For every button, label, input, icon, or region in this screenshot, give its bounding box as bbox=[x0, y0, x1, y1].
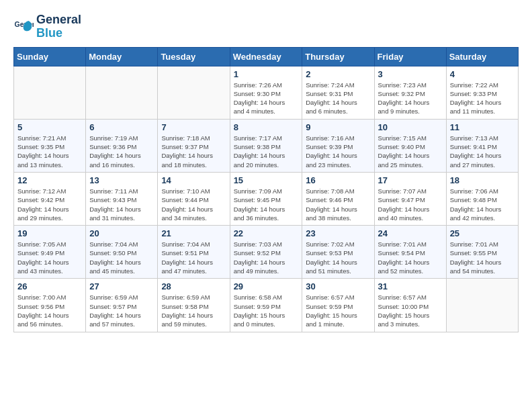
logo-general: General bbox=[36, 13, 81, 26]
calendar-cell bbox=[158, 66, 230, 119]
day-number: 22 bbox=[234, 228, 299, 238]
day-number: 7 bbox=[161, 122, 226, 132]
calendar-cell: 19Sunrise: 7:05 AM Sunset: 9:49 PM Dayli… bbox=[14, 226, 86, 279]
calendar-week-row: 26Sunrise: 7:00 AM Sunset: 9:56 PM Dayli… bbox=[14, 279, 519, 332]
calendar-week-row: 19Sunrise: 7:05 AM Sunset: 9:49 PM Dayli… bbox=[14, 226, 519, 279]
day-info: Sunrise: 7:18 AM Sunset: 9:37 PM Dayligh… bbox=[161, 134, 226, 169]
day-number: 26 bbox=[17, 281, 82, 291]
day-number: 2 bbox=[306, 69, 370, 79]
calendar-cell: 21Sunrise: 7:04 AM Sunset: 9:51 PM Dayli… bbox=[158, 226, 230, 279]
day-number: 27 bbox=[89, 281, 154, 291]
day-number: 19 bbox=[17, 228, 82, 238]
calendar-cell: 3Sunrise: 7:23 AM Sunset: 9:32 PM Daylig… bbox=[374, 66, 446, 119]
calendar-cell: 26Sunrise: 7:00 AM Sunset: 9:56 PM Dayli… bbox=[14, 279, 86, 332]
calendar-cell: 15Sunrise: 7:09 AM Sunset: 9:45 PM Dayli… bbox=[230, 172, 302, 225]
day-info: Sunrise: 7:16 AM Sunset: 9:39 PM Dayligh… bbox=[306, 134, 370, 169]
day-number: 16 bbox=[306, 175, 370, 185]
calendar-cell: 16Sunrise: 7:08 AM Sunset: 9:46 PM Dayli… bbox=[302, 172, 374, 225]
day-info: Sunrise: 7:11 AM Sunset: 9:43 PM Dayligh… bbox=[89, 187, 154, 222]
day-info: Sunrise: 7:12 AM Sunset: 9:42 PM Dayligh… bbox=[17, 187, 82, 222]
calendar-cell bbox=[14, 66, 86, 119]
day-number: 29 bbox=[234, 281, 299, 291]
calendar-cell: 27Sunrise: 6:59 AM Sunset: 9:57 PM Dayli… bbox=[86, 279, 158, 332]
calendar-cell: 31Sunrise: 6:57 AM Sunset: 10:00 PM Dayl… bbox=[374, 279, 446, 332]
calendar-cell: 10Sunrise: 7:15 AM Sunset: 9:40 PM Dayli… bbox=[374, 119, 446, 172]
calendar-cell: 1Sunrise: 7:26 AM Sunset: 9:30 PM Daylig… bbox=[230, 66, 302, 119]
calendar-cell: 29Sunrise: 6:58 AM Sunset: 9:59 PM Dayli… bbox=[230, 279, 302, 332]
day-info: Sunrise: 7:06 AM Sunset: 9:48 PM Dayligh… bbox=[450, 187, 515, 222]
day-number: 9 bbox=[306, 122, 370, 132]
day-number: 1 bbox=[234, 69, 299, 79]
weekday-header: Monday bbox=[86, 47, 158, 66]
day-number: 14 bbox=[161, 175, 226, 185]
day-number: 3 bbox=[378, 69, 443, 79]
day-info: Sunrise: 6:57 AM Sunset: 10:00 PM Daylig… bbox=[378, 293, 443, 328]
day-info: Sunrise: 7:01 AM Sunset: 9:55 PM Dayligh… bbox=[450, 240, 515, 275]
calendar-cell: 20Sunrise: 7:04 AM Sunset: 9:50 PM Dayli… bbox=[86, 226, 158, 279]
calendar-cell: 2Sunrise: 7:24 AM Sunset: 9:31 PM Daylig… bbox=[302, 66, 374, 119]
day-info: Sunrise: 7:21 AM Sunset: 9:35 PM Dayligh… bbox=[17, 134, 82, 169]
calendar-cell: 24Sunrise: 7:01 AM Sunset: 9:54 PM Dayli… bbox=[374, 226, 446, 279]
day-info: Sunrise: 7:07 AM Sunset: 9:47 PM Dayligh… bbox=[378, 187, 443, 222]
day-number: 28 bbox=[161, 281, 226, 291]
day-number: 23 bbox=[306, 228, 370, 238]
calendar-cell: 8Sunrise: 7:17 AM Sunset: 9:38 PM Daylig… bbox=[230, 119, 302, 172]
calendar-cell: 17Sunrise: 7:07 AM Sunset: 9:47 PM Dayli… bbox=[374, 172, 446, 225]
day-info: Sunrise: 6:59 AM Sunset: 9:57 PM Dayligh… bbox=[89, 293, 154, 328]
calendar-cell: 12Sunrise: 7:12 AM Sunset: 9:42 PM Dayli… bbox=[14, 172, 86, 225]
day-info: Sunrise: 7:15 AM Sunset: 9:40 PM Dayligh… bbox=[378, 134, 443, 169]
day-info: Sunrise: 7:23 AM Sunset: 9:32 PM Dayligh… bbox=[378, 81, 443, 116]
weekday-header: Saturday bbox=[446, 47, 518, 66]
day-info: Sunrise: 7:19 AM Sunset: 9:36 PM Dayligh… bbox=[89, 134, 154, 169]
logo-blue: Blue bbox=[36, 26, 62, 40]
weekday-header: Thursday bbox=[302, 47, 374, 66]
day-number: 15 bbox=[234, 175, 299, 185]
calendar-cell: 23Sunrise: 7:02 AM Sunset: 9:53 PM Dayli… bbox=[302, 226, 374, 279]
day-info: Sunrise: 6:59 AM Sunset: 9:58 PM Dayligh… bbox=[161, 293, 226, 328]
day-info: Sunrise: 6:57 AM Sunset: 9:59 PM Dayligh… bbox=[306, 293, 370, 328]
weekday-header: Sunday bbox=[14, 47, 86, 66]
calendar-cell: 9Sunrise: 7:16 AM Sunset: 9:39 PM Daylig… bbox=[302, 119, 374, 172]
calendar-cell: 14Sunrise: 7:10 AM Sunset: 9:44 PM Dayli… bbox=[158, 172, 230, 225]
day-number: 8 bbox=[234, 122, 299, 132]
day-number: 5 bbox=[17, 122, 82, 132]
calendar-week-row: 12Sunrise: 7:12 AM Sunset: 9:42 PM Dayli… bbox=[14, 172, 519, 225]
day-info: Sunrise: 7:04 AM Sunset: 9:50 PM Dayligh… bbox=[89, 240, 154, 275]
day-number: 4 bbox=[450, 69, 515, 79]
calendar-table: SundayMondayTuesdayWednesdayThursdayFrid… bbox=[13, 47, 519, 332]
calendar-cell: 6Sunrise: 7:19 AM Sunset: 9:36 PM Daylig… bbox=[86, 119, 158, 172]
calendar-cell: 5Sunrise: 7:21 AM Sunset: 9:35 PM Daylig… bbox=[14, 119, 86, 172]
calendar-cell: 28Sunrise: 6:59 AM Sunset: 9:58 PM Dayli… bbox=[158, 279, 230, 332]
calendar-cell: 7Sunrise: 7:18 AM Sunset: 9:37 PM Daylig… bbox=[158, 119, 230, 172]
calendar-week-row: 1Sunrise: 7:26 AM Sunset: 9:30 PM Daylig… bbox=[14, 66, 519, 119]
calendar-cell bbox=[446, 279, 518, 332]
day-info: Sunrise: 7:10 AM Sunset: 9:44 PM Dayligh… bbox=[161, 187, 226, 222]
logo: General General Blue bbox=[13, 13, 81, 40]
day-number: 21 bbox=[161, 228, 226, 238]
calendar-cell bbox=[86, 66, 158, 119]
day-info: Sunrise: 7:13 AM Sunset: 9:41 PM Dayligh… bbox=[450, 134, 515, 169]
day-info: Sunrise: 7:24 AM Sunset: 9:31 PM Dayligh… bbox=[306, 81, 370, 116]
day-info: Sunrise: 7:02 AM Sunset: 9:53 PM Dayligh… bbox=[306, 240, 370, 275]
day-info: Sunrise: 7:08 AM Sunset: 9:46 PM Dayligh… bbox=[306, 187, 370, 222]
day-number: 31 bbox=[378, 281, 443, 291]
calendar-week-row: 5Sunrise: 7:21 AM Sunset: 9:35 PM Daylig… bbox=[14, 119, 519, 172]
calendar-cell: 4Sunrise: 7:22 AM Sunset: 9:33 PM Daylig… bbox=[446, 66, 518, 119]
calendar-cell: 25Sunrise: 7:01 AM Sunset: 9:55 PM Dayli… bbox=[446, 226, 518, 279]
page-header: General General Blue bbox=[13, 13, 519, 40]
calendar-cell: 11Sunrise: 7:13 AM Sunset: 9:41 PM Dayli… bbox=[446, 119, 518, 172]
day-number: 17 bbox=[378, 175, 443, 185]
calendar-cell: 13Sunrise: 7:11 AM Sunset: 9:43 PM Dayli… bbox=[86, 172, 158, 225]
day-info: Sunrise: 7:22 AM Sunset: 9:33 PM Dayligh… bbox=[450, 81, 515, 116]
day-number: 13 bbox=[89, 175, 154, 185]
calendar-header-row: SundayMondayTuesdayWednesdayThursdayFrid… bbox=[14, 47, 519, 66]
day-number: 25 bbox=[450, 228, 515, 238]
day-info: Sunrise: 7:26 AM Sunset: 9:30 PM Dayligh… bbox=[234, 81, 299, 116]
day-number: 18 bbox=[450, 175, 515, 185]
day-info: Sunrise: 7:00 AM Sunset: 9:56 PM Dayligh… bbox=[17, 293, 82, 328]
calendar-cell: 18Sunrise: 7:06 AM Sunset: 9:48 PM Dayli… bbox=[446, 172, 518, 225]
day-number: 6 bbox=[89, 122, 154, 132]
day-number: 10 bbox=[378, 122, 443, 132]
day-number: 11 bbox=[450, 122, 515, 132]
day-info: Sunrise: 7:17 AM Sunset: 9:38 PM Dayligh… bbox=[234, 134, 299, 169]
